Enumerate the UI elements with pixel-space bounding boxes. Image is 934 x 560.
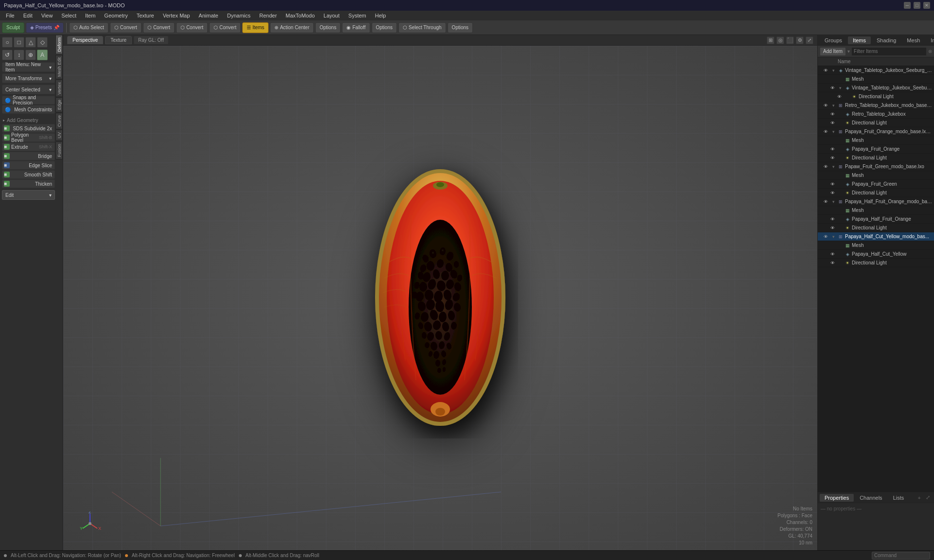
expand-icon-1[interactable]: ▾ [830,68,836,73]
extrude-button[interactable]: ■ Extrude Shift-X [2,142,55,151]
vis-icon-9[interactable] [828,137,836,144]
vis-icon-10[interactable]: 👁 [828,145,836,153]
tree-item-3[interactable]: 👁▾◈Vintage_Tabletop_Jukebox_Seeburg_Of..… [818,84,934,92]
menu-layout[interactable]: Layout [320,12,343,19]
props-tab-plus[interactable]: + [916,495,923,501]
vis-icon-21[interactable] [828,242,836,249]
menu-item[interactable]: Item [81,12,99,19]
filter-icon[interactable]: ⊗ [928,49,932,54]
falloff-button[interactable]: ◉ Falloff [342,22,370,33]
convert-button-3[interactable]: ⬡ Convert [176,22,208,33]
menu-geometry[interactable]: Geometry [100,12,131,19]
props-tab-channels[interactable]: Channels [855,494,887,502]
smooth-shift-button[interactable]: ■ Smooth Shift [2,170,55,179]
polygon-bevel-button[interactable]: ■ Polygon Bevel Shift-B [2,133,55,142]
tree-item-21[interactable]: ▦Mesh [818,241,934,250]
vis-icon-19[interactable]: 👁 [828,224,836,232]
tree-item-2[interactable]: ▦Mesh [818,75,934,84]
vis-icon-17[interactable] [828,207,836,214]
maximize-button[interactable]: □ [914,2,920,9]
tree-item-12[interactable]: 👁▾⊞Papaw_Fruit_Green_modo_base.lxo [818,162,934,171]
tree-item-20[interactable]: 👁▾⊞Papaya_Half_Cut_Yellow_modo_bas... [818,232,934,241]
tree-item-22[interactable]: 👁◈Papaya_Half_Cut_Yellow [818,250,934,259]
vis-icon-4[interactable]: 👁 [835,93,843,101]
vis-icon-12[interactable]: 👁 [822,163,829,171]
menu-select[interactable]: Select [57,12,80,19]
command-input[interactable] [872,552,930,560]
thicken-button[interactable]: ■ Thicken [2,179,55,188]
menu-animate[interactable]: Animate [195,12,222,19]
menu-view[interactable]: View [37,12,57,19]
tree-item-14[interactable]: 👁◈Papaya_Fruit_Green [818,180,934,189]
mesh-constraints-button[interactable]: 🔵 Mesh Constraints [2,105,55,114]
expand-icon-3[interactable]: ▾ [837,86,843,90]
tree-item-17[interactable]: ▦Mesh [818,206,934,215]
props-tab-lists[interactable]: Lists [888,494,909,502]
tab-images[interactable]: Images [926,36,934,44]
tree-item-8[interactable]: 👁▾⊞Papaya_Fruit_Orange_modo_base.lxo** [818,127,934,136]
side-tab-mesh-edit[interactable]: Mesh Edit [55,55,63,79]
vis-icon-18[interactable]: 👁 [828,215,836,223]
vis-icon-22[interactable]: 👁 [828,250,836,258]
snaps-precision-button[interactable]: 🔵 Snaps and Precision [2,96,55,105]
expand-icon-20[interactable]: ▾ [830,234,836,239]
menu-system[interactable]: System [344,12,370,19]
tool-icon-7[interactable]: ⊕ [25,50,36,60]
tool-icon-6[interactable]: ↕ [14,50,24,60]
menu-dynamics[interactable]: Dynamics [223,12,254,19]
tab-shading[interactable]: Shading [872,36,901,44]
props-expand-icon[interactable]: ⤢ [924,494,932,501]
viewport[interactable]: Perspective Texture Ray GL: Off ⊞ ◎ ⬛ ⚙ … [63,35,817,550]
tree-item-1[interactable]: 👁▾◈Vintage_Tabletop_Jukebox_Seeburg_Off.… [818,66,934,75]
tree-item-19[interactable]: 👁☀Directional Light [818,224,934,232]
side-tab-fusion[interactable]: Fusion [55,141,63,159]
auto-select-button[interactable]: ⬡ Auto Select [69,22,108,33]
vis-icon-23[interactable]: 👁 [828,259,836,267]
vis-icon-11[interactable]: 👁 [828,154,836,162]
vis-icon-13[interactable] [828,172,836,179]
side-tab-uv[interactable]: UV [55,130,63,141]
vp-icon-camera[interactable]: ◎ [776,36,784,44]
tree-item-16[interactable]: 👁▾⊞Papaya_Half_Fruit_Orange_modo_base.lx… [818,197,934,206]
close-button[interactable]: ✕ [923,2,930,9]
item-menu-dropdown[interactable]: Item Menu: New Item ▾ [2,62,55,72]
options-button-1[interactable]: Options [315,22,341,33]
convert-button-1[interactable]: ⬡ Convert [110,22,142,33]
vp-icon-render[interactable]: ⬛ [786,36,794,44]
menu-texture[interactable]: Texture [133,12,158,19]
expand-icon-8[interactable]: ▾ [830,129,836,134]
presets-button[interactable]: ◈ Presets 📌 [26,22,64,33]
side-tab-vertex[interactable]: Vertex [55,80,63,97]
tab-groups[interactable]: Groups [820,36,847,44]
menu-vertex-map[interactable]: Vertex Map [159,12,194,19]
sds-subdivide-button[interactable]: ■ SDS Subdivide 2x [2,124,55,133]
menu-edit[interactable]: Edit [19,12,36,19]
tree-item-5[interactable]: 👁▾⊞Retro_Tabletop_Jukebox_modo_base.lxo [818,101,934,110]
vp-badge-raygl[interactable]: Ray GL: Off [134,36,168,44]
tree-item-18[interactable]: 👁◈Papaya_Half_Fruit_Orange [818,215,934,224]
filter-items-input[interactable] [851,47,927,56]
vp-icon-settings[interactable]: ⚙ [796,36,804,44]
menu-maxtomodo[interactable]: MaxToModo [282,12,319,19]
select-through-button[interactable]: ⬡ Select Through [398,22,446,33]
items-list[interactable]: 👁▾◈Vintage_Tabletop_Jukebox_Seeburg_Off.… [818,66,934,492]
vis-icon-15[interactable]: 👁 [828,189,836,197]
expand-icon-12[interactable]: ▾ [830,164,836,169]
vp-tab-perspective[interactable]: Perspective [67,36,103,44]
tree-item-15[interactable]: 👁☀Directional Light [818,189,934,197]
tree-item-4[interactable]: 👁☀Directional Light [818,92,934,101]
more-transforms-dropdown[interactable]: More Transforms ▾ [2,73,55,83]
side-tab-curve[interactable]: Curve [55,113,63,129]
viewport-canvas[interactable]: X Y Z No Items Polygons : Face Channels:… [63,46,817,550]
vis-icon-3[interactable]: 👁 [828,84,836,92]
tree-item-9[interactable]: ▦Mesh [818,136,934,145]
tree-item-6[interactable]: 👁◈Retro_Tabletop_Jukebox [818,110,934,119]
tool-icon-5[interactable]: ↺ [2,50,13,60]
tree-item-13[interactable]: ▦Mesh [818,171,934,180]
tree-item-11[interactable]: 👁☀Directional Light [818,154,934,162]
minimize-button[interactable]: ─ [904,2,911,9]
expand-icon-16[interactable]: ▾ [830,199,836,204]
vp-tab-texture[interactable]: Texture [105,36,132,44]
tab-mesh[interactable]: Mesh [902,36,925,44]
add-item-button[interactable]: Add Item [820,47,846,56]
